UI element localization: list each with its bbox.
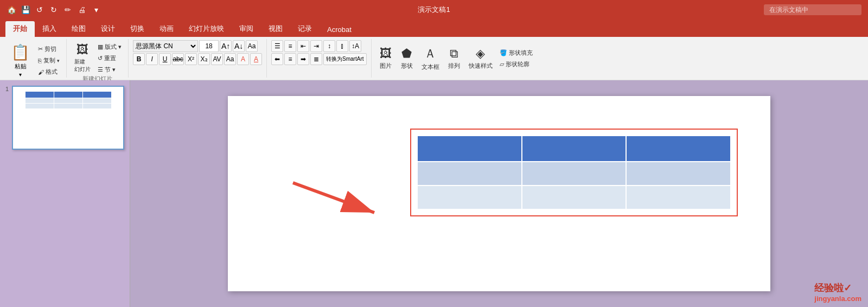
redo-icon[interactable]: ↻ — [49, 5, 59, 15]
align-left-btn[interactable]: ⬅ — [271, 53, 283, 65]
change-case-btn[interactable]: Aa — [246, 40, 258, 52]
drawing-content: 🖼 图片 ⬟ 形状 Ａ 文本框 ⧉ 排列 ◈ 快速样式 🪣 — [376, 40, 535, 75]
quick-styles-label: 快速样式 — [469, 62, 493, 70]
font-group: 思源黑体 CN A↑ A↓ Aa B I U abc X² X₂ AV Aa A… — [130, 39, 267, 78]
table-wrapper[interactable] — [410, 129, 738, 216]
layout-label: 版式 ▾ — [105, 43, 122, 51]
strikethrough-button[interactable]: abc — [172, 53, 184, 65]
clipboard-secondary: ✂ 剪切 ⎘ 复制 ▾ 🖌 格式 — [36, 44, 62, 77]
justify-btn[interactable]: ≣ — [310, 53, 322, 65]
section-button[interactable]: ☰ 节 ▾ — [95, 65, 124, 75]
line-spacing-btn[interactable]: ↕ — [323, 40, 335, 52]
main-table — [417, 135, 731, 210]
new-slide-button[interactable]: 🖼 新建幻灯片 — [71, 41, 94, 75]
arrange-button[interactable]: ⧉ 排列 — [444, 42, 464, 75]
copy-dropdown[interactable]: ▾ — [57, 58, 60, 63]
format-painter-button[interactable]: 🖌 格式 — [36, 67, 62, 77]
tab-acrobat[interactable]: Acrobat — [320, 23, 359, 37]
arrange-icon: ⧉ — [450, 47, 458, 61]
layout-button[interactable]: ▦ 版式 ▾ — [95, 42, 124, 52]
tab-design[interactable]: 设计 — [93, 21, 123, 37]
tab-animations[interactable]: 动画 — [152, 21, 181, 37]
shape-icon: ⬟ — [401, 47, 412, 61]
paste-button[interactable]: 📋 粘贴 ▾ — [7, 41, 34, 80]
new-slide-label: 新建幻灯片 — [74, 58, 91, 73]
bullets-button[interactable]: ☰ — [271, 40, 283, 52]
print-icon[interactable]: 🖨 — [77, 5, 87, 15]
font-color-btn[interactable]: A — [250, 53, 262, 65]
font-size-increase-btn[interactable]: A↑ — [220, 40, 232, 52]
table-cell — [626, 136, 731, 162]
home-icon[interactable]: 🏠 — [7, 5, 16, 15]
subscript-button[interactable]: X₂ — [198, 53, 210, 65]
arrange-label: 排列 — [448, 62, 460, 70]
search-input[interactable] — [764, 4, 861, 15]
text-direction-btn[interactable]: ↕A — [349, 40, 361, 52]
thumb-cell — [82, 104, 111, 109]
cut-button[interactable]: ✂ 剪切 — [36, 44, 62, 54]
align-right-btn[interactable]: ➡ — [297, 53, 309, 65]
tab-transitions[interactable]: 切换 — [123, 21, 152, 37]
font-size-decrease-btn[interactable]: A↓ — [233, 40, 245, 52]
font-name-select[interactable]: 思源黑体 CN — [133, 40, 198, 52]
slide-canvas — [130, 80, 868, 307]
table-cell — [417, 162, 522, 186]
increase-indent-btn[interactable]: ⇥ — [310, 40, 322, 52]
edit-icon[interactable]: ✏ — [63, 5, 73, 15]
numbering-button[interactable]: ≡ — [284, 40, 296, 52]
tab-draw[interactable]: 绘图 — [64, 21, 93, 37]
tab-review[interactable]: 审阅 — [232, 21, 261, 37]
image-button[interactable]: 🖼 图片 — [376, 42, 395, 75]
tab-insert[interactable]: 插入 — [35, 21, 64, 37]
textbox-button[interactable]: Ａ 文本框 — [418, 42, 443, 75]
section-icon: ☰ — [98, 66, 103, 73]
paste-dropdown[interactable]: ▾ — [19, 72, 22, 78]
shape-fill-button[interactable]: 🪣 形状填充 — [497, 48, 535, 58]
more-icon[interactable]: ▾ — [91, 5, 101, 15]
paragraph-content: ☰ ≡ ⇤ ⇥ ↕ ⫿ ↕A ⬅ ≡ ➡ ≣ 转换为SmartArt — [271, 40, 366, 65]
table-cell — [522, 136, 627, 162]
smartart-btn[interactable]: 转换为SmartArt — [323, 53, 366, 65]
thumb-cell — [54, 98, 82, 104]
shape-outline-icon: ▱ — [500, 61, 504, 68]
clipboard-group: 📋 粘贴 ▾ ✂ 剪切 ⎘ 复制 ▾ 🖌 格式 粘贴 — [3, 39, 67, 78]
copy-button[interactable]: ⎘ 复制 ▾ — [36, 55, 62, 66]
thumb-cell — [54, 92, 82, 98]
shape-label: 形状 — [401, 62, 413, 70]
ribbon-tabs: 开始 插入 绘图 设计 切换 动画 幻灯片放映 审阅 视图 记录 Acrobat — [0, 20, 868, 37]
save-icon[interactable]: 💾 — [21, 5, 30, 15]
underline-button[interactable]: U — [159, 53, 171, 65]
bold-button[interactable]: B — [133, 53, 145, 65]
copy-icon: ⎘ — [38, 57, 42, 64]
highlight-btn[interactable]: A — [237, 53, 249, 65]
thumb-cell — [82, 92, 111, 98]
shape-button[interactable]: ⬟ 形状 — [397, 42, 417, 75]
slide-secondary: ▦ 版式 ▾ ↺ 重置 ☰ 节 ▾ — [95, 42, 124, 75]
thumb-cell — [25, 98, 54, 104]
quick-styles-button[interactable]: ◈ 快速样式 — [465, 42, 496, 75]
decrease-indent-btn[interactable]: ⇤ — [297, 40, 309, 52]
tab-view[interactable]: 视图 — [261, 21, 290, 37]
slide-thumbnail[interactable] — [12, 86, 124, 150]
font-row2: B I U abc X² X₂ AV Aa A A — [133, 53, 262, 65]
paste-label: 粘贴 — [15, 62, 27, 71]
superscript-button[interactable]: X² — [185, 53, 197, 65]
reset-button[interactable]: ↺ 重置 — [95, 53, 124, 63]
italic-button[interactable]: I — [146, 53, 158, 65]
columns-btn[interactable]: ⫿ — [336, 40, 348, 52]
align-center-btn[interactable]: ≡ — [284, 53, 296, 65]
textbox-icon: Ａ — [424, 46, 436, 62]
tab-slideshow[interactable]: 幻灯片放映 — [181, 21, 232, 37]
font-size-input[interactable] — [199, 40, 219, 52]
slides-content: 🖼 新建幻灯片 ▦ 版式 ▾ ↺ 重置 ☰ 节 ▾ — [71, 40, 124, 75]
tab-home[interactable]: 开始 — [5, 21, 35, 37]
shape-outline-button[interactable]: ▱ 形状轮廓 — [497, 59, 535, 69]
table-cell — [417, 186, 522, 209]
undo-icon[interactable]: ↺ — [35, 5, 44, 15]
tab-record[interactable]: 记录 — [290, 21, 320, 37]
slide-page[interactable] — [228, 96, 770, 291]
table-cell — [522, 162, 627, 186]
table-row-3 — [417, 186, 731, 209]
text-shadow-btn[interactable]: Aa — [224, 53, 236, 65]
char-spacing-btn[interactable]: AV — [211, 53, 223, 65]
